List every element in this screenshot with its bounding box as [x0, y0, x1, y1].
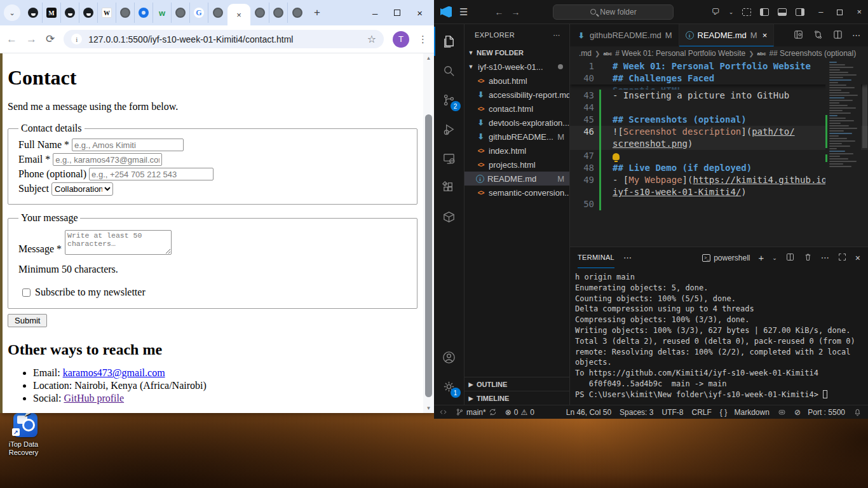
subject-select[interactable]: Collaboration [51, 182, 113, 196]
toggle-secondary-sidebar-icon[interactable] [796, 8, 804, 16]
pinned-tab-wikipedia[interactable]: W [98, 3, 116, 23]
source-control-activity-icon[interactable]: 2 [434, 85, 465, 114]
scroll-up-arrow[interactable]: ▲ [423, 53, 434, 63]
site-info-icon[interactable]: i [71, 34, 82, 44]
vscode-maximize-button[interactable] [837, 10, 843, 15]
file-item-githubreadme-[interactable]: ⬇githubREADME...M [465, 130, 569, 144]
run-debug-activity-icon[interactable] [434, 114, 465, 144]
browser-scrollbar[interactable]: ▲ ▼ [423, 53, 434, 413]
git-branch-indicator[interactable]: main* [456, 408, 497, 417]
explorer-more-actions-icon[interactable]: ⋯ [553, 31, 560, 39]
close-panel-icon[interactable]: × [855, 253, 860, 263]
container-activity-icon[interactable] [434, 202, 465, 231]
active-tab[interactable]: × [227, 4, 250, 25]
pinned-tab-w3schools[interactable]: w [153, 3, 172, 23]
encoding[interactable]: UTF-8 [661, 408, 683, 417]
github-profile-link[interactable]: GitHub profile [64, 393, 124, 403]
tab-search-chevron-icon[interactable]: ⌄ [4, 4, 20, 21]
scrollbar-thumb[interactable] [425, 114, 432, 397]
minimap[interactable] [825, 60, 861, 210]
settings-gear-icon[interactable]: 1 [434, 372, 465, 401]
profile-avatar[interactable]: T [393, 31, 409, 48]
tree-root-folder[interactable]: ▼iyf-s10-week-01... [465, 60, 569, 74]
newsletter-checkbox[interactable] [22, 288, 31, 297]
input-email-[interactable] [53, 153, 162, 166]
lightbulb-icon[interactable] [613, 153, 620, 160]
pinned-tab-globe[interactable] [116, 3, 135, 23]
input-phone-optional-[interactable] [89, 168, 214, 180]
pinned-tab-medium[interactable]: M [43, 3, 61, 23]
back-button[interactable]: ← [6, 33, 17, 46]
remote-explorer-activity-icon[interactable] [434, 144, 465, 173]
chevron-down-icon[interactable]: ⌄ [729, 9, 734, 15]
toggle-sidebar-icon[interactable] [760, 8, 769, 16]
email-link[interactable]: karamos473@gmail.com [63, 367, 165, 378]
browser-menu-icon[interactable]: ⋮ [418, 34, 428, 45]
terminal-more-icon[interactable]: ⋯ [821, 253, 829, 262]
editor-scrollbar[interactable] [862, 60, 868, 247]
new-terminal-icon[interactable]: + [759, 252, 764, 263]
cursor-position[interactable]: Ln 46, Col 50 [566, 408, 611, 417]
copilot-chat-icon[interactable]: 🗩 [712, 7, 720, 17]
forward-button[interactable]: → [26, 33, 37, 46]
bookmark-star-icon[interactable]: ☆ [367, 33, 376, 45]
breadcrumb[interactable]: .md❯abc# Week 01: Personal Portfolio Web… [570, 46, 868, 60]
menu-hamburger-icon[interactable]: ☰ [459, 6, 468, 18]
pinned-tab-globe[interactable] [269, 3, 288, 23]
editor-back-icon[interactable]: ← [494, 7, 503, 17]
file-item-contact-html[interactable]: <>contact.html [465, 102, 569, 116]
vscode-close-button[interactable]: × [857, 7, 862, 17]
breadcrumb-item[interactable]: # Week 01: Personal Portfolio Website [615, 49, 745, 58]
explorer-activity-icon[interactable] [434, 27, 465, 56]
file-item-about-html[interactable]: <>about.html [465, 74, 569, 88]
pinned-tab-globe[interactable] [172, 3, 190, 23]
file-item-readme-md[interactable]: iREADME.mdM [465, 172, 569, 186]
file-item-devtools-exploration-[interactable]: ⬇devtools-exploration... [465, 116, 569, 130]
input-full-name-[interactable] [72, 139, 184, 151]
pinned-tab-globe[interactable] [208, 3, 227, 23]
workspace-section-header[interactable]: ▼NEW FOLDER [465, 46, 569, 60]
vscode-minimize-button[interactable]: – [818, 7, 823, 17]
editor-code-area[interactable]: 1# Week 01: Personal Portfolio Website40… [570, 60, 868, 247]
accounts-icon[interactable] [434, 342, 465, 372]
file-item-index-html[interactable]: <>index.html [465, 144, 569, 158]
pinned-tab-github[interactable] [61, 3, 79, 23]
shell-selector[interactable]: >_ powershell [702, 254, 750, 262]
remote-indicator[interactable] [439, 408, 447, 416]
submit-button[interactable]: Submit [8, 314, 47, 327]
message-textarea[interactable] [65, 230, 172, 255]
command-search-box[interactable]: New folder [553, 4, 674, 20]
pinned-tab-globe[interactable] [288, 3, 306, 23]
file-item-accessibility-report-md[interactable]: ⬇accessibility-report.md [465, 88, 569, 102]
address-bar[interactable]: i 127.0.0.1:5500/iyf-s10-week-01-Kimiti4… [64, 30, 384, 48]
browser-close-button[interactable]: × [417, 8, 423, 18]
pinned-tab-github[interactable] [24, 3, 43, 23]
editor-tab-readme.md[interactable]: iREADME.mdM× [679, 24, 775, 46]
indentation[interactable]: Spaces: 3 [620, 408, 653, 417]
open-preview-icon[interactable] [793, 29, 804, 42]
browser-maximize-button[interactable] [394, 10, 400, 16]
tab-close-icon[interactable]: × [763, 30, 768, 40]
outline-section[interactable]: ▶OUTLINE [465, 377, 569, 391]
split-editor-icon[interactable] [832, 29, 843, 42]
tab-close-icon[interactable]: × [236, 10, 241, 20]
split-terminal-icon[interactable] [785, 252, 795, 264]
customize-layout-icon[interactable] [742, 8, 751, 16]
pinned-tab-google[interactable]: G [190, 3, 208, 23]
desktop-shortcut-itop-data-recovery[interactable]: ↗ ➤ iTop DataRecovery [4, 412, 43, 457]
file-item-projects-html[interactable]: <>projects.html [465, 158, 569, 172]
pinned-tab-settings[interactable] [135, 3, 153, 23]
toggle-panel-icon[interactable] [778, 8, 787, 16]
copilot-status-icon[interactable] [778, 408, 786, 416]
pinned-tab-github[interactable] [79, 3, 98, 23]
scroll-down-arrow[interactable]: ▼ [423, 403, 434, 413]
browser-minimize-button[interactable]: – [372, 8, 377, 18]
breadcrumb-item[interactable]: ## Screenshots (optional) [769, 49, 856, 58]
editor-tab-githubreadme.md[interactable]: ⬇githubREADME.mdM [570, 24, 679, 46]
new-tab-button[interactable]: + [309, 4, 325, 21]
kill-terminal-icon[interactable] [803, 252, 813, 264]
timeline-section[interactable]: ▶TIMELINE [465, 391, 569, 405]
extensions-activity-icon[interactable] [434, 173, 465, 202]
live-server-port[interactable]: ⊘ Port : 5500 [794, 408, 845, 417]
editor-forward-icon[interactable]: → [511, 7, 520, 17]
